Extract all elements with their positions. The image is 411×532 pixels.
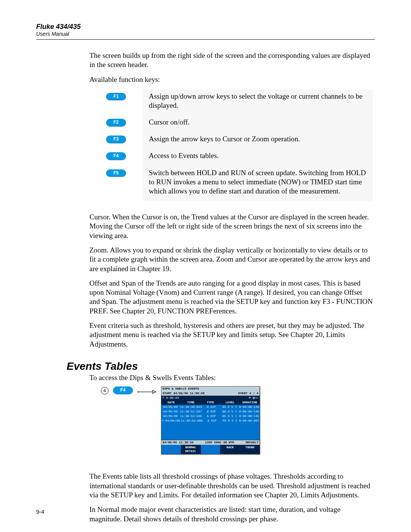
softkey-4: BACK — [220, 445, 240, 454]
table-row: F5 Switch between HOLD and RUN of screen… — [89, 166, 373, 201]
body-column: The screen builds up from the right side… — [89, 51, 373, 349]
col-level: LEVEL — [220, 400, 240, 405]
event-row: 04/05/0611:30:49:023A DIP99.6 V ◊0:00:00… — [161, 405, 260, 409]
screen-status-icons: ⁜ ▥∹☐ — [249, 396, 258, 400]
f4-description: Access to Events tables. — [143, 149, 373, 166]
screen-start: START 04/05/06 11:00:48 — [162, 391, 204, 395]
f5-description: Switch between HOLD and RUN of screen up… — [143, 166, 373, 201]
softkey-3 — [201, 445, 221, 454]
col-duration: DURATION — [240, 400, 260, 405]
step-f4-key-icon: F4 — [113, 387, 133, 394]
screen-elapsed: ◊ 0:00:08 — [162, 396, 179, 400]
event-row: 04/05/0611:30:53:598A DIP99.6 V ◊0:00:00… — [161, 414, 260, 419]
svg-marker-2 — [153, 390, 156, 393]
f3-description: Assign the arrow keys to Cursor or Zoom … — [143, 132, 373, 149]
intro-paragraph: The screen builds up from the right side… — [89, 51, 373, 70]
softkey-1 — [161, 445, 181, 454]
zoom-paragraph: Zoom. Allows you to expand or shrink the… — [89, 246, 373, 273]
normal-mode-paragraph: In Normal mode major event characteristi… — [89, 505, 373, 524]
doc-title: Users Manual — [36, 31, 375, 37]
screen-column-headers: DATE TIME TYPE LEVEL DURATION — [161, 400, 260, 405]
step-number-icon: 4 — [101, 387, 108, 395]
after-figure-text: The Events table lists all threshold cro… — [89, 472, 373, 524]
criteria-paragraph: Event criteria such as threshold, hyster… — [89, 321, 373, 349]
access-step-row: 4 F4 DIPS & SWELLS EVENTS START 04/05/06… — [101, 386, 373, 454]
screen-title: DIPS & SWELLS EVENTS — [162, 387, 199, 391]
event-row: ◊ 04/05/0611:30:55:908A DIP99.6 V ◊0:00:… — [161, 419, 260, 423]
f1-key-icon: F1 — [106, 93, 126, 100]
cursor-paragraph: Cursor. When the Cursor is on, the Trend… — [89, 212, 373, 240]
f2-key-icon: F2 — [106, 119, 126, 126]
f5-key-icon: F5 — [106, 169, 126, 177]
f2-description: Cursor on/off. — [143, 115, 373, 132]
running-header: Fluke 434/435 Users Manual — [36, 23, 375, 37]
access-line-block: To access the Dips & Swells Events Table… — [89, 373, 373, 524]
screen-event-count: EVENT 4 / 4 — [238, 391, 258, 395]
softkey-5: TREND — [240, 445, 260, 454]
screen-softkeys: NORMAL DETAIL BACK TREND — [161, 445, 260, 454]
table-row: F3 Assign the arrow keys to Cursor or Zo… — [89, 132, 373, 149]
col-type: TYPE — [201, 400, 220, 405]
events-table-paragraph: The Events table lists all threshold cro… — [89, 472, 373, 500]
f1-description: Assign up/down arrow keys to select the … — [143, 89, 373, 115]
page-number: 9-4 — [36, 508, 45, 515]
f4-key-icon: F4 — [106, 152, 126, 160]
arrow-right-icon — [137, 388, 156, 393]
product-name: Fluke 434/435 — [36, 23, 375, 31]
col-time: TIME — [181, 400, 201, 405]
event-row: 04/05/0611:30:51:287A DIP99.6 V ◊0:00:00… — [161, 409, 260, 414]
offset-paragraph: Offset and Span of the Trends are auto r… — [89, 279, 373, 316]
instrument-screenshot: DIPS & SWELLS EVENTS START 04/05/06 11:0… — [161, 386, 260, 454]
access-line: To access the Dips & Swells Events Table… — [89, 373, 373, 382]
table-row: F1 Assign up/down arrow keys to select t… — [89, 89, 373, 115]
header-divider — [36, 39, 375, 40]
screen-status-bar: 04/05/06 11:30:56 120V 60Hz 3Ø WYE DEFAU… — [161, 440, 260, 445]
softkey-2: NORMAL DETAIL — [181, 445, 201, 454]
col-date: DATE — [161, 400, 181, 405]
table-row: F4 Access to Events tables. — [89, 149, 373, 166]
page: Fluke 434/435 Users Manual The screen bu… — [0, 0, 411, 532]
f3-key-icon: F3 — [106, 136, 126, 143]
screen-event-area: 04/05/0611:30:49:023A DIP99.6 V ◊0:00:00… — [161, 405, 260, 440]
fn-keys-lead: Available function keys: — [89, 75, 373, 84]
table-row: F2 Cursor on/off. — [89, 115, 373, 132]
section-heading-events-tables: Events Tables — [67, 360, 375, 372]
function-key-table: F1 Assign up/down arrow keys to select t… — [89, 89, 373, 201]
